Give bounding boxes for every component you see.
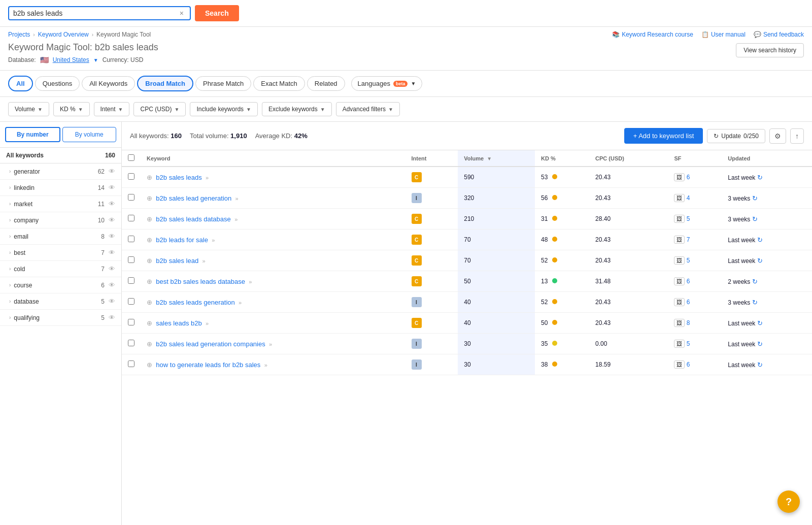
cpc-cell: 31.48 xyxy=(589,271,668,292)
beta-badge: beta xyxy=(393,81,408,87)
keyword-cell: ⊕ best b2b sales leads database » xyxy=(141,271,405,292)
breadcrumb-current: Keyword Magic Tool xyxy=(96,31,151,38)
refresh-icon[interactable]: ↻ xyxy=(752,278,758,285)
sf-number: 7 xyxy=(687,236,690,243)
refresh-icon[interactable]: ↻ xyxy=(757,319,763,327)
refresh-icon[interactable]: ↻ xyxy=(757,340,763,348)
clear-icon[interactable]: × xyxy=(180,9,184,17)
eye-icon[interactable]: 👁 xyxy=(109,184,115,191)
sort-by-number-button[interactable]: By number xyxy=(5,127,60,142)
sidebar-item[interactable]: › qualifying 5 👁 xyxy=(0,310,121,326)
exclude-keywords-filter[interactable]: Exclude keywords ▼ xyxy=(262,102,332,116)
row-checkbox[interactable] xyxy=(128,319,134,325)
keyword-link[interactable]: sales leads b2b xyxy=(156,319,201,327)
eye-icon[interactable]: 👁 xyxy=(109,168,115,175)
search-input[interactable] xyxy=(13,9,180,17)
refresh-icon[interactable]: ↻ xyxy=(757,174,763,181)
keyword-link[interactable]: how to generate leads for b2b sales xyxy=(156,361,260,369)
refresh-icon[interactable]: ↻ xyxy=(757,236,763,244)
sidebar-item[interactable]: › email 8 👁 xyxy=(0,228,121,245)
tab-exact-match[interactable]: Exact Match xyxy=(253,76,305,91)
col-intent: Intent xyxy=(405,150,458,167)
export-button[interactable]: ↑ xyxy=(790,128,804,144)
row-checkbox[interactable] xyxy=(128,256,134,263)
sort-by-volume-button[interactable]: By volume xyxy=(62,127,117,142)
eye-icon[interactable]: 👁 xyxy=(109,314,115,321)
row-checkbox[interactable] xyxy=(128,298,134,305)
sidebar-item[interactable]: › linkedin 14 👁 xyxy=(0,180,121,196)
row-checkbox[interactable] xyxy=(128,194,134,201)
eye-icon[interactable]: 👁 xyxy=(109,249,115,256)
eye-icon[interactable]: 👁 xyxy=(109,281,115,289)
keyword-link[interactable]: b2b sales lead xyxy=(156,257,198,265)
database-chevron[interactable]: ▼ xyxy=(93,57,98,63)
add-to-keyword-list-button[interactable]: + Add to keyword list xyxy=(624,128,703,144)
eye-icon[interactable]: 👁 xyxy=(109,216,115,224)
languages-dropdown[interactable]: Languages beta ▼ xyxy=(351,76,423,91)
sf-cell: 🖼 8 xyxy=(668,313,722,334)
col-volume[interactable]: Volume ▼ xyxy=(458,150,535,167)
refresh-icon[interactable]: ↻ xyxy=(757,361,763,369)
keyword-expand-icon: » xyxy=(234,216,238,222)
cpc-filter[interactable]: CPC (USD) ▼ xyxy=(133,102,186,116)
refresh-icon[interactable]: ↻ xyxy=(757,257,763,265)
sidebar-item[interactable]: › generator 62 👁 xyxy=(0,163,121,180)
keyword-link[interactable]: b2b sales leads generation xyxy=(156,299,234,306)
intent-filter[interactable]: Intent ▼ xyxy=(94,102,130,116)
user-manual-link[interactable]: 📋 User manual xyxy=(701,31,746,38)
breadcrumb-keyword-overview[interactable]: Keyword Overview xyxy=(38,31,89,38)
keyword-research-course-link[interactable]: 📚 Keyword Research course xyxy=(612,31,693,38)
kd-dot xyxy=(552,257,557,262)
sidebar-item[interactable]: › company 10 👁 xyxy=(0,212,121,228)
tab-related[interactable]: Related xyxy=(307,76,345,91)
eye-icon[interactable]: 👁 xyxy=(109,200,115,208)
row-checkbox[interactable] xyxy=(128,340,134,346)
eye-icon[interactable]: 👁 xyxy=(109,265,115,273)
kd-cell: 31 xyxy=(535,209,589,229)
sidebar-item[interactable]: › market 11 👁 xyxy=(0,196,121,212)
eye-icon[interactable]: 👁 xyxy=(109,233,115,240)
keyword-cell: ⊕ b2b sales leads » xyxy=(141,167,405,188)
search-button[interactable]: Search xyxy=(195,5,239,21)
sidebar-item[interactable]: › best 7 👁 xyxy=(0,245,121,261)
keyword-link[interactable]: b2b leads for sale xyxy=(156,236,208,244)
cpc-cell: 20.43 xyxy=(589,292,668,313)
settings-button[interactable]: ⚙ xyxy=(769,128,786,144)
tab-broad-match[interactable]: Broad Match xyxy=(137,76,193,91)
keyword-link[interactable]: best b2b sales leads database xyxy=(156,278,245,285)
keyword-link[interactable]: b2b sales leads xyxy=(156,174,201,181)
refresh-icon[interactable]: ↻ xyxy=(752,194,758,202)
sidebar-item[interactable]: › cold 7 👁 xyxy=(0,261,121,277)
select-all-checkbox[interactable] xyxy=(128,154,134,161)
keyword-link[interactable]: b2b sales lead generation companies xyxy=(156,340,265,348)
row-checkbox[interactable] xyxy=(128,173,134,180)
volume-filter[interactable]: Volume ▼ xyxy=(8,102,49,116)
view-search-history-button[interactable]: View search history xyxy=(736,43,804,57)
eye-icon[interactable]: 👁 xyxy=(109,298,115,305)
include-keywords-filter[interactable]: Include keywords ▼ xyxy=(190,102,258,116)
database-link[interactable]: United States xyxy=(53,56,89,63)
row-checkbox[interactable] xyxy=(128,360,134,367)
volume-chevron-icon: ▼ xyxy=(38,107,43,112)
updated-cell: Last week ↻ xyxy=(722,167,812,188)
row-checkbox[interactable] xyxy=(128,215,134,221)
row-checkbox[interactable] xyxy=(128,277,134,284)
keyword-link[interactable]: b2b sales lead generation xyxy=(156,194,231,202)
send-feedback-link[interactable]: 💬 Send feedback xyxy=(754,31,804,38)
tab-all[interactable]: All xyxy=(8,76,33,91)
help-button[interactable]: ? xyxy=(777,490,800,513)
tab-all-keywords[interactable]: All Keywords xyxy=(82,76,135,91)
tab-phrase-match[interactable]: Phrase Match xyxy=(195,76,251,91)
tab-questions[interactable]: Questions xyxy=(35,76,80,91)
kd-filter[interactable]: KD % ▼ xyxy=(53,102,90,116)
refresh-icon[interactable]: ↻ xyxy=(752,299,758,306)
row-checkbox[interactable] xyxy=(128,236,134,242)
advanced-filters[interactable]: Advanced filters ▼ xyxy=(336,102,400,116)
sidebar-item[interactable]: › database 5 👁 xyxy=(0,293,121,310)
breadcrumb-projects[interactable]: Projects xyxy=(8,31,30,38)
volume-cell: 320 xyxy=(458,188,535,209)
update-button[interactable]: ↻ Update 0/250 xyxy=(707,129,765,143)
keyword-link[interactable]: b2b sales leads database xyxy=(156,215,230,223)
sidebar-item[interactable]: › course 6 👁 xyxy=(0,277,121,293)
refresh-icon[interactable]: ↻ xyxy=(752,215,758,223)
